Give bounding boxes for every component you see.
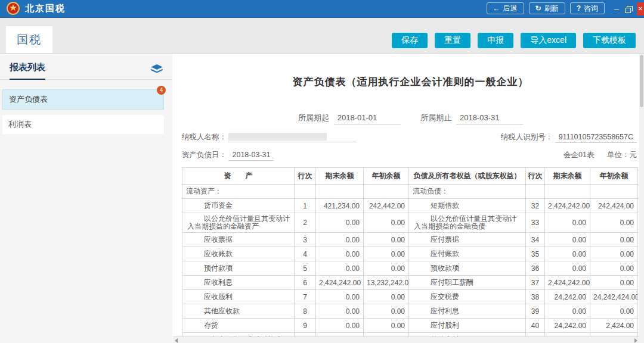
- amount-cell[interactable]: 0.00: [590, 233, 638, 247]
- minimize-button[interactable]: –: [611, 4, 623, 14]
- column-header: 行次: [295, 168, 316, 185]
- line-number-cell: 34: [526, 233, 545, 247]
- amount-cell[interactable]: 0.00: [545, 233, 590, 247]
- amount-cell[interactable]: 0.00: [545, 261, 590, 276]
- amount-cell[interactable]: 2,424.00: [590, 319, 638, 333]
- amount-cell[interactable]: 0.00: [316, 304, 364, 319]
- asset-name-cell: 应收利息: [182, 276, 295, 290]
- line-number-cell: 8: [295, 304, 316, 319]
- asset-name-cell: 以公允价值计量且其变动计入当期损益的金融资产: [182, 213, 295, 233]
- amount-cell[interactable]: 0.00: [364, 233, 409, 247]
- back-button[interactable]: ← 后退: [487, 2, 524, 14]
- amount-cell[interactable]: 24,242.00: [545, 290, 590, 304]
- period-start-field[interactable]: 2018-01-01: [334, 113, 401, 124]
- asset-name-cell: 应收票据: [182, 233, 295, 247]
- back-arrow-icon: ←: [493, 4, 500, 13]
- amount-cell[interactable]: 0.00: [316, 247, 364, 261]
- balance-sheet-table: 资 产行次期末余额年初余额负债及所有者权益（或股东权益）行次期末余额年初余额 流…: [182, 167, 638, 343]
- amount-cell[interactable]: 2,424,242.00: [545, 276, 590, 290]
- declare-button[interactable]: 申报: [478, 33, 513, 48]
- help-button[interactable]: ? 咨询: [570, 2, 605, 14]
- scroll-left-arrow-icon[interactable]: [175, 338, 178, 343]
- period-end-field[interactable]: 2018-03-31: [456, 113, 523, 124]
- scroll-right-arrow-icon[interactable]: [634, 338, 637, 343]
- amount-cell[interactable]: 0.00: [545, 247, 590, 261]
- reset-button[interactable]: 重置: [435, 33, 470, 48]
- line-number-cell: 4: [295, 247, 316, 261]
- amount-cell[interactable]: 0.00: [545, 213, 590, 233]
- amount-cell[interactable]: 0.00: [364, 290, 409, 304]
- line-number-cell: 39: [526, 304, 545, 319]
- amount-cell[interactable]: 2,424,242.00: [316, 276, 364, 290]
- notification-badge: 4: [157, 86, 166, 95]
- line-number-cell: [526, 185, 545, 199]
- layers-icon[interactable]: [151, 64, 163, 74]
- sidebar-item-balance-sheet[interactable]: 资产负债表 4: [2, 89, 164, 110]
- period-end-label: 所属期止: [420, 113, 451, 122]
- amount-cell[interactable]: 0.00: [364, 304, 409, 319]
- amount-cell: [590, 185, 638, 199]
- section-row: 流动资产：流动负债：: [182, 185, 638, 199]
- amount-cell[interactable]: 242,442.00: [364, 199, 409, 213]
- column-header: 年初余额: [364, 168, 409, 185]
- line-number-cell: 32: [526, 199, 545, 213]
- table-header-row: 资 产行次期末余额年初余额负债及所有者权益（或股东权益）行次期末余额年初余额: [182, 168, 638, 185]
- import-excel-button[interactable]: 导入excel: [521, 33, 576, 48]
- table-row: 应收票据30.000.00应付票据340.000.00: [182, 233, 638, 247]
- table-row: 以公允价值计量且其变动计入当期损益的金融资产20.000.00以公允价值计量且其…: [182, 213, 638, 233]
- column-header: 期末余额: [545, 168, 590, 185]
- close-button[interactable]: ✕: [637, 2, 644, 15]
- save-button[interactable]: 保存: [392, 33, 428, 48]
- amount-cell[interactable]: 0.00: [316, 290, 364, 304]
- restore-button[interactable]: [625, 6, 632, 13]
- line-number-cell: 3: [295, 233, 316, 247]
- liability-name-cell: 应付账款: [409, 247, 526, 261]
- horizontal-scrollbar[interactable]: [173, 336, 639, 343]
- balance-date-field[interactable]: 2018-03-31: [228, 151, 274, 161]
- taxpayer-name-label: 纳税人名称：: [182, 133, 227, 141]
- line-number-cell: 38: [526, 290, 545, 304]
- amount-cell: [364, 185, 409, 199]
- amount-cell[interactable]: 0.00: [590, 304, 638, 319]
- amount-cell[interactable]: 0.00: [545, 304, 590, 319]
- tab-national-tax[interactable]: 国税: [6, 26, 52, 53]
- amount-cell[interactable]: 0.00: [316, 213, 364, 233]
- vertical-scrollbar[interactable]: [639, 54, 644, 343]
- table-row: 应收账款40.000.00应付账款350.000.00: [182, 247, 638, 261]
- liability-name-cell: 应付利息: [409, 304, 526, 319]
- amount-cell[interactable]: 0.00: [364, 319, 409, 333]
- table-row: 存货90.000.00应付股利4024,242.002,424.00: [182, 319, 638, 333]
- asset-name-cell: 其他应收款: [182, 304, 295, 319]
- form-meta: 会企01表 单位：元: [553, 150, 637, 160]
- amount-cell[interactable]: 0.00: [590, 247, 638, 261]
- vertical-scrollbar-thumb[interactable]: [640, 55, 643, 107]
- taxpayer-row: 纳税人名称： 纳税人识别号： 91110105723558657C: [182, 132, 639, 142]
- amount-cell[interactable]: 0.00: [364, 213, 409, 233]
- line-number-cell: 5: [295, 261, 316, 276]
- sidebar-item-income-statement[interactable]: 利润表: [2, 115, 164, 134]
- app-title: 北京国税: [25, 3, 66, 14]
- redacted-name: [228, 133, 327, 141]
- amount-cell[interactable]: 242,424.00: [590, 199, 638, 213]
- amount-cell[interactable]: 0.00: [316, 261, 364, 276]
- amount-cell[interactable]: 2,424,242.00: [545, 199, 590, 213]
- table-row: 预付款项50.000.00预收款项360.000.00: [182, 261, 638, 276]
- amount-cell[interactable]: 24,242.00: [545, 319, 590, 333]
- column-header: 期末余额: [316, 168, 364, 185]
- amount-cell[interactable]: 0.00: [364, 247, 409, 261]
- liability-name-cell: 以公允价值计量且其变动计入当期损益的金融负债: [409, 213, 526, 233]
- amount-cell[interactable]: 0.00: [364, 261, 409, 276]
- amount-cell[interactable]: 0.00: [590, 261, 638, 276]
- amount-cell[interactable]: 24,242,424.00: [590, 290, 638, 304]
- amount-cell[interactable]: 13,232,242.00: [364, 276, 409, 290]
- refresh-button[interactable]: ↻ 刷新: [529, 2, 565, 14]
- amount-cell[interactable]: 0.00: [316, 233, 364, 247]
- table-row: 应收利息62,424,242.0013,232,242.00应付职工薪酬372,…: [182, 276, 638, 290]
- amount-cell[interactable]: 421,234.00: [316, 199, 364, 213]
- amount-cell[interactable]: 0.00: [590, 213, 638, 233]
- amount-cell[interactable]: 0.00: [316, 319, 364, 333]
- amount-cell[interactable]: 0.00: [590, 276, 638, 290]
- liability-name-cell: 应付票据: [409, 233, 526, 247]
- balance-date-label: 资产负债日：: [182, 151, 227, 159]
- download-template-button[interactable]: 下载模板: [583, 33, 636, 48]
